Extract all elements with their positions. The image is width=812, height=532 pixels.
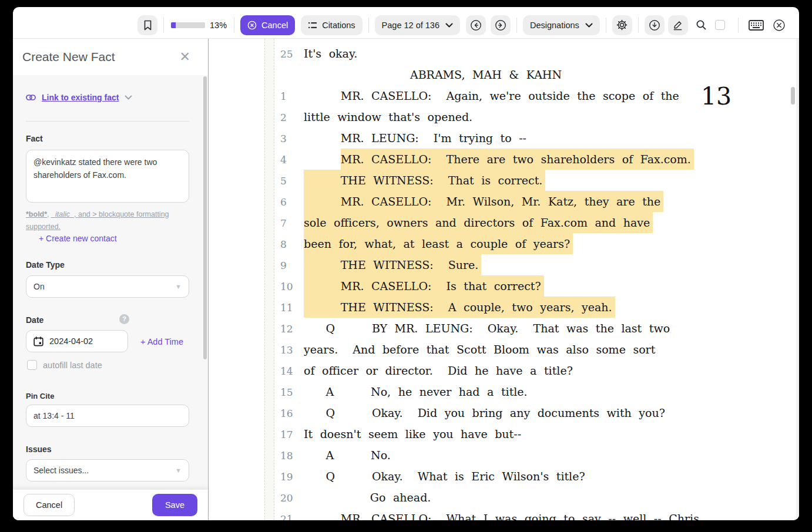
issues-select[interactable]: Select issues... ▼	[26, 459, 189, 482]
cancel-designation-button[interactable]: Cancel	[240, 15, 295, 35]
designation-highlight[interactable]: MR. CASELLO: Is that correct?	[304, 275, 544, 297]
transcript-line[interactable]: 4 MR. CASELLO: There are two shareholder…	[275, 149, 793, 170]
date-type-value: On	[33, 282, 45, 291]
line-text: MR. CASELLO: There are two shareholders …	[304, 149, 694, 170]
designation-highlight[interactable]: THE WITNESS: Sure.	[304, 254, 481, 275]
transcript-line[interactable]: 3 MR. LEUNG: I'm trying to --	[275, 127, 793, 149]
transcript-viewer: 25It's okay.ABRAMS, MAH & KAHN1 MR. CASE…	[209, 39, 799, 520]
fact-textarea[interactable]: @kevinkatz stated there were two shareho…	[26, 150, 189, 203]
line-number: 3	[275, 128, 304, 149]
transcript-line[interactable]: 6 MR. CASELLO: Mr. Wilson, Mr. Katz, the…	[275, 191, 793, 212]
page-selector[interactable]: Page 12 of 136	[375, 15, 460, 35]
transcript-line[interactable]: 13years. And before that Scott Bloom was…	[275, 339, 793, 360]
designation-margin-strip[interactable]	[264, 39, 274, 520]
transcript-line[interactable]: 20 Go ahead.	[275, 487, 793, 508]
transcript-line[interactable]: 7sole officers, owners and directors of …	[275, 212, 793, 233]
transcript-line[interactable]: 25It's okay.	[275, 43, 793, 64]
next-page-button[interactable]	[491, 15, 511, 35]
panel-close-icon[interactable]: ✕	[176, 50, 194, 64]
citations-list-icon	[308, 21, 317, 29]
transcript-line[interactable]: 9 THE WITNESS: Sure.	[275, 254, 793, 275]
selection-checkbox[interactable]	[715, 20, 725, 30]
create-new-contact-link[interactable]: + Create new contact	[35, 233, 120, 244]
panel-footer: Cancel Save	[13, 490, 208, 520]
download-button[interactable]	[645, 15, 665, 35]
autofill-checkbox[interactable]	[27, 360, 37, 370]
save-button[interactable]: Save	[152, 494, 197, 516]
top-toolbar: 13% Cancel Citations Page 12 of 136	[13, 7, 799, 39]
cancel-button[interactable]: Cancel	[24, 494, 75, 516]
help-icon[interactable]: ?	[119, 314, 129, 324]
transcript-scrollbar[interactable]	[791, 87, 795, 105]
dropdown-arrow-icon: ▼	[175, 467, 182, 474]
transcript-line[interactable]: 10 MR. CASELLO: Is that correct?	[275, 275, 793, 297]
transcript-line[interactable]: 14of officer or director. Did he have a …	[275, 360, 793, 381]
panel-scrollbar[interactable]	[203, 76, 207, 359]
line-text: MR. LEUNG: I'm trying to --	[304, 127, 526, 149]
hint-italic: _italic_	[51, 210, 74, 218]
line-number: 15	[275, 382, 304, 403]
settings-button[interactable]	[612, 15, 632, 35]
panel-header: Create New Fact ✕	[13, 39, 208, 75]
previous-page-button[interactable]	[466, 15, 486, 35]
pin-cite-input[interactable]	[26, 405, 189, 427]
toolbar-divider	[368, 18, 369, 33]
link-to-existing-fact-label: Link to existing fact	[42, 93, 119, 102]
line-text: Q Okay. Did you bring any documents with…	[304, 402, 665, 423]
line-number: 5	[275, 170, 304, 191]
transcript-line[interactable]: 19 Q Okay. What is Eric Wilson's title?	[275, 466, 793, 487]
citations-button[interactable]: Citations	[301, 15, 362, 35]
transcript-line[interactable]: 5 THE WITNESS: That is correct.	[275, 170, 793, 191]
close-viewer-button[interactable]	[769, 15, 790, 35]
transcript-line[interactable]: 17It doesn't seem like you have but--	[275, 423, 793, 445]
line-number: 8	[275, 234, 304, 255]
line-text: A No.	[304, 445, 391, 466]
bookmark-icon	[143, 20, 152, 31]
designation-highlight[interactable]: MR. CASELLO: There are two shareholders …	[341, 149, 694, 170]
search-button[interactable]	[692, 15, 712, 35]
transcript-line[interactable]: 15 A No, he never had a title.	[275, 381, 793, 402]
autofill-last-date-option[interactable]: autofill last date	[27, 360, 102, 370]
designation-highlight[interactable]: MR. CASELLO: Mr. Wilson, Mr. Katz, they …	[304, 191, 663, 212]
designation-highlight[interactable]: been for, what, at least a couple of yea…	[304, 233, 573, 254]
issues-label: Issues	[26, 445, 52, 454]
date-input[interactable]: 2024-04-02	[26, 330, 128, 352]
line-text: MR. CASELLO: Again, we're outside the sc…	[304, 85, 679, 106]
line-text: Go ahead.	[304, 487, 431, 508]
search-icon	[696, 19, 707, 31]
line-number: 11	[275, 297, 304, 318]
transcript-line[interactable]: 12 Q BY MR. LEUNG: Okay. That was the la…	[275, 318, 793, 339]
designations-menu-button[interactable]: Designations	[523, 15, 600, 35]
transcript-line[interactable]: 11 THE WITNESS: A couple, two years, yea…	[275, 297, 793, 318]
section-divider	[26, 121, 189, 122]
transcript-line[interactable]: 21 MR. CASELLO: What I was going to say …	[275, 508, 793, 520]
line-number: 21	[275, 509, 304, 520]
arrow-left-circle-icon	[470, 19, 482, 31]
issues-placeholder: Select issues...	[33, 466, 89, 475]
line-text: Q BY MR. LEUNG: Okay. That was the last …	[304, 318, 670, 339]
designation-highlight[interactable]: THE WITNESS: A couple, two years, yeah.	[304, 297, 615, 318]
transcript-line[interactable]: 18 A No.	[275, 445, 793, 466]
add-time-link[interactable]: + Add Time	[137, 336, 187, 347]
highlighter-tool-button[interactable]	[668, 15, 688, 35]
designation-highlight[interactable]: sole officers, owners and directors of F…	[304, 212, 653, 233]
keyboard-icon	[749, 20, 764, 31]
bookmark-button[interactable]	[137, 15, 157, 35]
date-type-select[interactable]: On ▼	[26, 275, 189, 298]
link-icon	[26, 95, 36, 100]
cancel-button-label: Cancel	[261, 21, 288, 30]
transcript-line[interactable]: 16 Q Okay. Did you bring any documents w…	[275, 402, 793, 423]
line-text: sole officers, owners and directors of F…	[304, 212, 653, 233]
keyboard-shortcuts-button[interactable]	[744, 15, 768, 35]
pin-cite-label: Pin Cite	[26, 392, 54, 400]
transcript-line[interactable]: 8been for, what, at least a couple of ye…	[275, 233, 793, 254]
transcript-lines: 25It's okay.ABRAMS, MAH & KAHN1 MR. CASE…	[275, 43, 793, 520]
line-text: It doesn't seem like you have but--	[304, 423, 521, 445]
citations-button-label: Citations	[322, 21, 355, 30]
line-number: 6	[275, 191, 304, 213]
line-text: THE WITNESS: Sure.	[304, 254, 481, 275]
chevron-down-icon	[445, 23, 453, 28]
create-fact-panel: Create New Fact ✕ Link to existing fact …	[13, 39, 209, 520]
designation-highlight[interactable]: THE WITNESS: That is correct.	[304, 170, 545, 191]
link-to-existing-fact[interactable]: Link to existing fact	[26, 93, 132, 102]
